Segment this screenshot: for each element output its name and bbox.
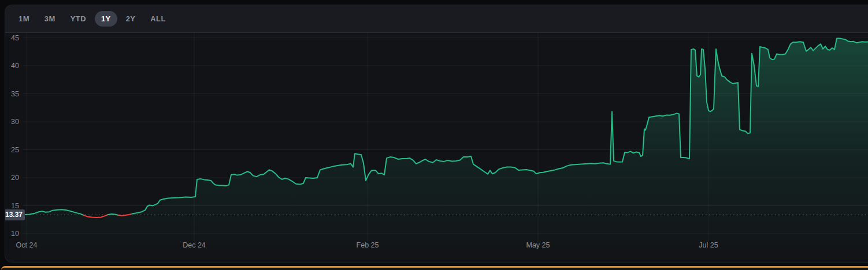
chart-svg[interactable]: [5, 33, 868, 262]
x-axis-label-jul-25: Jul 25: [699, 241, 718, 249]
last-price-label: 13.37: [5, 209, 25, 220]
price-chart-canvas[interactable]: 13.37 4540353025201510Oct 24Dec 24Feb 25…: [5, 33, 868, 262]
page: 1M3MYTD1Y2YALL 13.37 4540353025201510Oct…: [0, 0, 868, 270]
y-axis-label-25: 25: [5, 145, 19, 155]
x-axis-label-dec-24: Dec 24: [183, 241, 206, 249]
chart-card: 1M3MYTD1Y2YALL 13.37 4540353025201510Oct…: [5, 5, 868, 262]
range-toolbar: 1M3MYTD1Y2YALL: [5, 5, 868, 33]
x-axis-label-feb-25: Feb 25: [357, 241, 379, 249]
area-fill: [21, 39, 868, 263]
y-axis-label-10: 10: [5, 229, 19, 238]
range-button-2y[interactable]: 2Y: [120, 11, 142, 27]
range-button-3m[interactable]: 3M: [38, 11, 62, 27]
range-button-all[interactable]: ALL: [144, 11, 172, 27]
y-axis-label-30: 30: [5, 117, 19, 126]
range-button-1m[interactable]: 1M: [12, 11, 36, 27]
y-axis-label-35: 35: [5, 89, 19, 99]
y-axis-label-45: 45: [5, 33, 19, 43]
range-button-ytd[interactable]: YTD: [64, 11, 92, 27]
range-button-1y[interactable]: 1Y: [95, 11, 117, 27]
x-axis-label-oct-24: Oct 24: [16, 241, 38, 249]
y-axis-label-40: 40: [5, 61, 19, 70]
next-panel-top-edge: [1, 266, 868, 270]
x-axis-label-may-25: May 25: [526, 241, 550, 249]
y-axis-label-20: 20: [5, 173, 19, 182]
